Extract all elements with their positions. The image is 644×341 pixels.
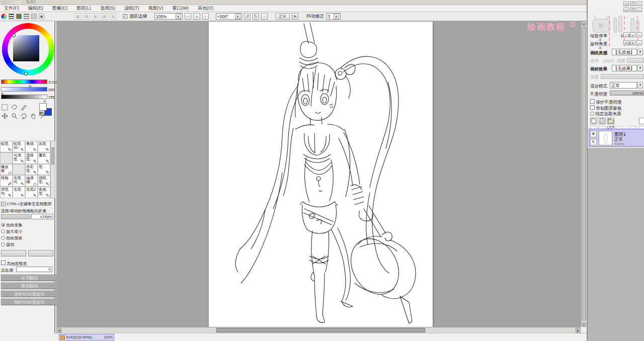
brush-cell[interactable]: 橡皮擦▱	[0, 164, 13, 176]
hand-tool-icon[interactable]	[30, 113, 37, 119]
angle-dropdown-icon[interactable]: ▼	[235, 14, 240, 19]
selection-source-radio[interactable]	[590, 112, 594, 116]
new-folder-icon[interactable]	[607, 118, 614, 124]
flip-vertical-button[interactable]: 垂直翻转	[1, 283, 58, 289]
nav-angle-marker[interactable]	[599, 46, 602, 49]
brush-cell[interactable]: 水彩笔✎	[25, 164, 38, 176]
brush-grid-scrollbar[interactable]	[50, 141, 55, 198]
blue-slider[interactable]	[1, 87, 47, 92]
brush-cell[interactable]: 毛笔✎	[13, 187, 25, 198]
layer-extra-icon[interactable]	[639, 118, 644, 124]
flip-horizontal-button[interactable]: 水平翻转	[1, 275, 58, 281]
hue-slider[interactable]	[1, 79, 47, 84]
nav-rotate-ccw-button[interactable]: ↺	[623, 40, 629, 45]
doc-close-icon[interactable]: ▫	[636, 8, 642, 12]
scroll-down-icon[interactable]: ▼	[582, 322, 586, 327]
brush-cell[interactable]: 重彩✎	[38, 152, 50, 164]
saturation-value-box[interactable]	[13, 35, 39, 61]
brush-cell[interactable]: 喷枪✐	[0, 175, 13, 187]
perspective-value[interactable]: 0	[16, 267, 52, 272]
blend-mode-dropdown-icon[interactable]: ▼	[637, 82, 643, 89]
rotate-tool-icon[interactable]	[21, 113, 27, 119]
open-file-tab[interactable]: 4V4Z)]16CWNI[(... 100%	[59, 334, 114, 340]
selection-clear-button[interactable]: ▣	[101, 13, 108, 20]
radio-free-shape[interactable]	[1, 236, 5, 240]
brush-cell[interactable]: 笔✎	[38, 164, 50, 176]
jitter-combo[interactable]: 3 ▼	[327, 13, 341, 20]
panel-minimize-icon[interactable]: ▭	[623, 2, 629, 6]
brush-cell[interactable]: 选择笔✎	[25, 152, 38, 164]
menu-edit[interactable]: 编辑(E)	[28, 5, 43, 12]
new-sketch-layer-icon[interactable]	[599, 118, 606, 124]
selpen-tool-icon[interactable]	[21, 104, 27, 111]
canvas-horizontal-scrollbar[interactable]: ◀ ▶	[56, 327, 581, 333]
paper-strength-slider[interactable]	[627, 58, 644, 63]
brush-cell[interactable]: 油漆桶◇	[25, 175, 38, 187]
scroll-up-icon[interactable]: ▲	[582, 21, 586, 26]
menu-filter[interactable]: 滤镜(T)	[124, 5, 139, 12]
rgb-slider-toggle-icon[interactable]	[16, 14, 22, 19]
paper-texture-select[interactable]: 【无质感】	[612, 49, 637, 55]
layer-visible-icon[interactable]: 👁	[590, 131, 597, 137]
clipping-mask-checkbox[interactable]	[590, 105, 595, 110]
canvas-paper[interactable]	[209, 22, 433, 327]
blend-mode-select[interactable]: 正常	[610, 82, 637, 89]
hue-marker[interactable]	[24, 72, 28, 75]
brush-cell[interactable]: 毛笔2✎	[25, 187, 38, 198]
vertical-scroll-thumb[interactable]	[582, 27, 586, 320]
zoom-combo[interactable]: 100% ▼	[154, 13, 183, 20]
selection-invert-button[interactable]: ▣	[92, 13, 99, 20]
brush-cell[interactable]: 实色笔✎	[38, 187, 50, 198]
rotate-cw-button[interactable]: ↻	[253, 13, 259, 20]
panel-close-icon[interactable]: ▫	[636, 2, 642, 6]
effect-strength-slider[interactable]	[601, 74, 644, 79]
brush-cell[interactable]: 素描✎	[25, 141, 38, 152]
zoom-tool-icon[interactable]	[11, 113, 18, 119]
swatches-toggle-icon[interactable]	[31, 14, 37, 19]
scroll-left-icon[interactable]: ◀	[56, 328, 61, 333]
brush-cell[interactable]: 毛笔勾✎	[13, 175, 25, 187]
layer-item-selected[interactable]: 👁 ✎ 图层1 正常 100%	[589, 129, 644, 147]
transform-ok-button[interactable]	[1, 250, 26, 257]
brush-cell-empty[interactable]	[0, 152, 13, 164]
zoom-in-button[interactable]: ＋	[193, 13, 200, 20]
brush-cell[interactable]: 马克笔✎	[13, 152, 25, 164]
drag-distance-slider[interactable]	[1, 214, 30, 219]
gray-slider[interactable]	[1, 95, 47, 99]
horizontal-scroll-thumb[interactable]	[216, 328, 425, 332]
selection-dec-button[interactable]: ▣	[84, 13, 91, 20]
material-effect-dropdown-icon[interactable]: ▼	[637, 65, 643, 71]
paper-texture-dropdown-icon[interactable]: ▼	[637, 49, 643, 55]
flip-view-button[interactable]: ⇆	[292, 13, 298, 20]
radio-free-transform[interactable]	[1, 223, 5, 227]
panel-restore-icon[interactable]: ❐	[630, 2, 635, 6]
brush-cell[interactable]: 铅笔✎	[0, 141, 13, 152]
zoom-out-button[interactable]: −	[185, 13, 191, 20]
menu-window[interactable]: 窗口(W)	[173, 5, 189, 12]
menu-view[interactable]: 视图(V)	[148, 5, 164, 12]
view-mode-button[interactable]: 正常	[276, 13, 290, 20]
rotate-ccw-90-button[interactable]: 逆时针90度旋转	[1, 291, 58, 297]
color-wheel-toggle-icon[interactable]	[1, 14, 7, 19]
sv-marker[interactable]	[12, 34, 16, 37]
material-effect-select[interactable]: 【无效果】	[612, 65, 637, 71]
canvas-area[interactable]: 绘画教程	[56, 21, 581, 327]
selection-inc-button[interactable]: ▣	[74, 13, 82, 20]
nav-zoom-reset-button[interactable]: ▫	[636, 32, 642, 37]
brush-cell[interactable]: 描线笔✎	[38, 175, 50, 187]
ctrl-select-checkbox[interactable]: ✓	[1, 202, 6, 206]
selection-all-button[interactable]: ▣	[110, 13, 117, 20]
lasso-tool-icon[interactable]	[11, 104, 18, 111]
rotate-cw-90-button[interactable]: 顺时针90度旋转	[1, 299, 58, 305]
scroll-right-icon[interactable]: ▶	[576, 328, 581, 333]
nav-zoom-marker[interactable]	[599, 38, 602, 41]
transform-cancel-button[interactable]	[28, 250, 53, 257]
new-layer-icon[interactable]	[590, 118, 597, 124]
brush-cell[interactable]: 炭笔✎	[38, 141, 50, 152]
scratchpad-toggle-icon[interactable]: ◉	[39, 14, 44, 19]
brush-cell[interactable]: 排笔勾✎	[0, 187, 13, 198]
marquee-tool-icon[interactable]	[2, 104, 8, 111]
color-bars-toggle-icon[interactable]	[9, 14, 14, 19]
mixer-toggle-icon[interactable]	[24, 14, 29, 19]
doc-minimize-icon[interactable]: ▭	[623, 8, 629, 12]
